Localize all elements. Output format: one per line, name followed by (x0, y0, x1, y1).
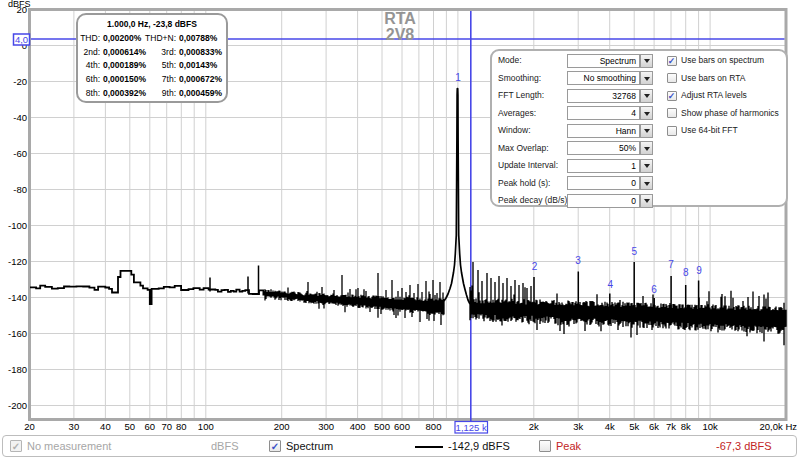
svg-text:-80: -80 (13, 184, 27, 195)
svg-text:2V8: 2V8 (386, 26, 415, 43)
svg-text:60: 60 (145, 421, 156, 432)
svg-text:20,0k Hz: 20,0k Hz (760, 421, 798, 432)
svg-text:20: 20 (16, 4, 27, 15)
svg-text:3: 3 (575, 255, 581, 266)
svg-text:2k: 2k (529, 421, 539, 432)
svg-text:8: 8 (683, 267, 689, 278)
svg-text:4k: 4k (605, 421, 615, 432)
svg-text:600: 600 (394, 421, 410, 432)
svg-text:7: 7 (668, 259, 674, 270)
svg-text:70: 70 (161, 421, 172, 432)
svg-text:40: 40 (100, 421, 111, 432)
svg-text:1: 1 (455, 72, 461, 83)
svg-text:100: 100 (198, 421, 214, 432)
svg-text:-20: -20 (13, 76, 27, 87)
svg-text:5k: 5k (629, 421, 639, 432)
svg-text:-120: -120 (8, 256, 27, 267)
svg-text:30: 30 (69, 421, 80, 432)
svg-text:800: 800 (426, 421, 442, 432)
svg-text:10k: 10k (702, 421, 718, 432)
svg-text:-180: -180 (8, 364, 27, 375)
svg-text:-200: -200 (8, 400, 27, 411)
svg-text:9: 9 (696, 265, 702, 276)
svg-text:-160: -160 (8, 328, 27, 339)
svg-text:500: 500 (374, 421, 390, 432)
svg-text:80: 80 (176, 421, 187, 432)
svg-text:4,0: 4,0 (15, 34, 28, 45)
svg-text:-140: -140 (8, 292, 27, 303)
svg-text:20: 20 (24, 421, 35, 432)
svg-text:200: 200 (274, 421, 290, 432)
svg-text:3k: 3k (573, 421, 583, 432)
svg-text:6: 6 (651, 284, 657, 295)
svg-text:4: 4 (608, 279, 614, 290)
svg-text:-60: -60 (13, 148, 27, 159)
svg-text:1,125 k: 1,125 k (456, 422, 487, 433)
svg-text:400: 400 (350, 421, 366, 432)
svg-text:7k: 7k (666, 421, 676, 432)
svg-text:5: 5 (632, 246, 638, 257)
svg-text:RTA: RTA (384, 10, 416, 27)
svg-text:6k: 6k (649, 421, 659, 432)
svg-text:300: 300 (318, 421, 334, 432)
svg-text:-40: -40 (13, 112, 27, 123)
svg-text:-100: -100 (8, 220, 27, 231)
svg-text:8k: 8k (681, 421, 691, 432)
svg-text:50: 50 (125, 421, 136, 432)
svg-text:2: 2 (532, 261, 538, 272)
